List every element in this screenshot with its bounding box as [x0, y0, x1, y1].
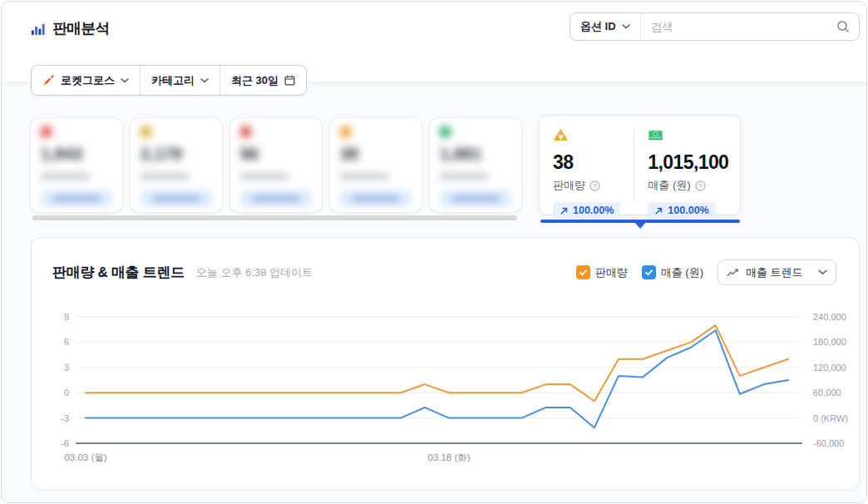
toggle-revenue[interactable]: 매출 (원) — [642, 265, 703, 280]
metric-dot-icon — [141, 126, 151, 137]
svg-text:3: 3 — [64, 363, 69, 373]
metric-card-blurred[interactable]: 1,843 — [31, 118, 122, 212]
svg-text:?: ? — [593, 182, 597, 190]
metric-dot-icon — [440, 126, 451, 137]
metric-badge-blurred — [340, 190, 412, 206]
help-icon[interactable]: ? — [695, 180, 706, 191]
svg-text:60,000: 60,000 — [813, 388, 841, 398]
metric-dot-icon — [41, 126, 52, 137]
check-icon — [579, 268, 588, 277]
check-icon — [644, 268, 653, 277]
metric-value-blurred: 38 — [340, 145, 412, 164]
metric-value-blurred: 1,881 — [440, 145, 511, 164]
chevron-down-icon — [622, 24, 630, 29]
arrow-up-right-icon — [654, 206, 663, 215]
sales-volume-label: 판매량 ? — [553, 178, 620, 193]
metric-value-blurred: 1,843 — [41, 145, 112, 164]
svg-text:-3: -3 — [61, 413, 69, 423]
search-group: 옵션 ID — [570, 12, 860, 41]
trend-panel: 판매량 & 매출 트렌드 오늘 오후 6:38 업데이트 판매량 매출 (원) — [31, 237, 860, 491]
metric-dot-icon — [240, 126, 251, 137]
revenue-change-badge: 100.00% — [648, 202, 715, 219]
metric-label-blurred — [141, 173, 189, 180]
metric-card-blurred[interactable]: 96 — [230, 118, 322, 212]
svg-text:03.18 (화): 03.18 (화) — [427, 452, 470, 462]
chevron-down-icon — [200, 78, 209, 83]
metric-card-strip: 1,843 2,178 96 38 1,881 — [31, 118, 517, 212]
trend-title: 판매량 & 매출 트렌드 — [52, 263, 185, 282]
summary-card-active[interactable]: 38 판매량 ? 100.00% 1,015,100 — [539, 115, 741, 215]
filter-bar: 로켓그로스 카테고리 최근 30일 — [31, 65, 307, 96]
revenue-value: 1,015,100 — [648, 151, 728, 174]
gold-nuggets-icon — [553, 128, 569, 142]
svg-text:180,000: 180,000 — [813, 337, 846, 347]
metric-label-blurred — [240, 173, 289, 180]
chevron-down-icon — [121, 78, 129, 83]
filter-label: 카테고리 — [151, 73, 195, 88]
metric-card-blurred[interactable]: 2,178 — [131, 118, 222, 212]
svg-text:?: ? — [698, 182, 703, 190]
svg-text:0: 0 — [64, 388, 69, 398]
search-field-selector[interactable]: 옵션 ID — [570, 13, 641, 40]
svg-text:-60,000: -60,000 — [813, 438, 844, 448]
svg-text:120,000: 120,000 — [813, 363, 846, 373]
metric-label-blurred — [340, 173, 388, 180]
filter-date-range[interactable]: 최근 30일 — [219, 66, 306, 95]
metric-dot-icon — [340, 126, 351, 137]
metric-value-blurred: 96 — [240, 145, 312, 164]
search-icon — [836, 20, 850, 33]
chevron-down-icon — [818, 269, 827, 275]
metric-badge-blurred — [141, 190, 212, 206]
svg-text:-6: -6 — [61, 438, 69, 448]
toggle-sales-volume[interactable]: 판매량 — [576, 265, 628, 280]
app-window: 판매분석 옵션 ID — [1, 1, 867, 503]
svg-text:03.03 (월): 03.03 (월) — [64, 452, 106, 462]
filter-label: 최근 30일 — [231, 73, 279, 88]
page-title: 판매분석 — [52, 18, 110, 38]
svg-text:240,000: 240,000 — [813, 312, 846, 322]
trend-line-icon — [727, 268, 739, 278]
metric-badge-blurred — [240, 190, 312, 206]
filter-category[interactable]: 카테고리 — [140, 66, 219, 95]
svg-text:0 (KRW): 0 (KRW) — [813, 413, 848, 423]
search-input[interactable] — [641, 13, 827, 40]
revenue-label: 매출 (원) ? — [648, 178, 728, 193]
trend-panel-header: 판매량 & 매출 트렌드 오늘 오후 6:38 업데이트 판매량 매출 (원) — [52, 259, 836, 285]
trend-type-label: 매출 트렌드 — [746, 265, 811, 280]
metric-badge-blurred — [41, 190, 112, 206]
summary-stat-sales: 38 판매량 ? 100.00% — [540, 128, 634, 202]
rocket-icon — [42, 74, 55, 86]
checkbox-revenue[interactable] — [642, 265, 656, 279]
trend-chart: 9240,0006180,0003120,000060,000-30 (KRW)… — [32, 306, 859, 481]
trend-updated-timestamp: 오늘 오후 6:38 업데이트 — [196, 265, 313, 280]
checkbox-sales-volume[interactable] — [576, 265, 590, 279]
active-card-caret — [635, 223, 645, 229]
metric-card-blurred[interactable]: 38 — [330, 118, 422, 212]
bar-chart-icon — [30, 21, 46, 37]
filter-rocket-growth[interactable]: 로켓그로스 — [32, 66, 140, 95]
trend-chart-svg: 9240,0006180,0003120,000060,000-30 (KRW)… — [32, 306, 859, 481]
header: 판매분석 옵션 ID — [2, 2, 866, 53]
search-button[interactable] — [827, 13, 859, 40]
metric-badge-blurred — [440, 190, 511, 206]
arrow-up-right-icon — [560, 206, 569, 215]
sales-change-badge: 100.00% — [553, 202, 620, 219]
calendar-icon — [284, 75, 295, 86]
brand: 판매분석 — [30, 18, 110, 38]
summary-stat-revenue: 1,015,100 매출 (원) ? 100.00% — [634, 128, 742, 202]
metric-value-blurred: 2,178 — [141, 145, 212, 164]
help-icon[interactable]: ? — [589, 180, 600, 191]
metric-label-blurred — [41, 173, 89, 180]
metric-label-blurred — [440, 173, 488, 180]
search-field-selector-label: 옵션 ID — [580, 19, 616, 34]
sales-volume-value: 38 — [553, 151, 620, 174]
trend-type-dropdown[interactable]: 매출 트렌드 — [718, 259, 836, 285]
metric-card-blurred[interactable]: 1,881 — [430, 118, 521, 212]
cash-icon — [648, 128, 663, 142]
card-strip-scrollbar[interactable] — [32, 215, 517, 220]
filter-label: 로켓그로스 — [61, 73, 115, 88]
svg-text:9: 9 — [64, 312, 69, 322]
svg-text:6: 6 — [64, 337, 69, 347]
